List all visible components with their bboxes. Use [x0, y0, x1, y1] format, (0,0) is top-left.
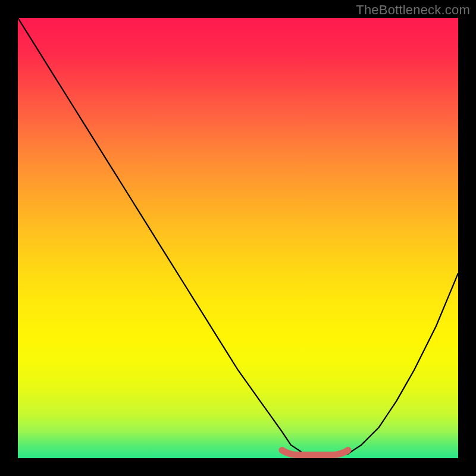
- curve-svg: [18, 18, 458, 458]
- bottleneck-curve: [18, 18, 458, 456]
- min-region-marker: [282, 450, 348, 455]
- chart-container: TheBottleneck.com: [0, 0, 476, 476]
- watermark-text: TheBottleneck.com: [356, 2, 470, 18]
